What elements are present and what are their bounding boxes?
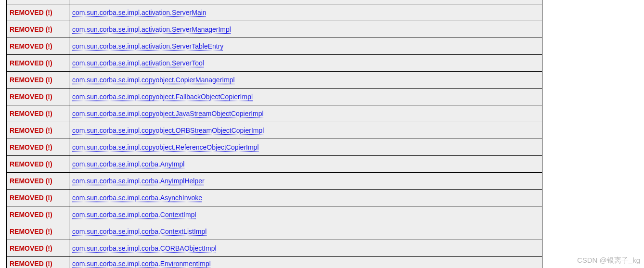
table-row: REMOVED (!) com.sun.corba.se.impl.corba.…: [7, 206, 542, 223]
status-badge: REMOVED (!): [10, 59, 52, 67]
class-link[interactable]: com.sun.corba.se.impl.activation.ServerM…: [72, 26, 231, 33]
table-row: REMOVED (!) com.sun.corba.se.impl.copyob…: [7, 139, 542, 155]
status-badge: REMOVED (!): [10, 177, 52, 185]
class-link[interactable]: com.sun.corba.se.impl.corba.AnyImpl: [72, 160, 184, 168]
status-badge: REMOVED (!): [10, 26, 52, 33]
table-row: REMOVED (!) com.sun.corba.se.impl.copyob…: [7, 88, 542, 105]
status-badge: REMOVED (!): [10, 260, 52, 268]
class-link[interactable]: com.sun.corba.se.impl.corba.ContextImpl: [72, 211, 196, 218]
status-badge: REMOVED (!): [10, 9, 52, 16]
class-link[interactable]: com.sun.corba.se.impl.corba.ContextListI…: [72, 228, 206, 235]
class-link[interactable]: com.sun.corba.se.impl.copyobject.Referen…: [72, 143, 259, 151]
table-row: REMOVED (!) com.sun.corba.se.impl.corba.…: [7, 172, 542, 189]
table-row: REMOVED (!) com.sun.corba.se.impl.activa…: [7, 21, 542, 38]
class-diff-table: REMOVED (!) com.sun.corba.se.impl.activa…: [6, 0, 542, 268]
status-badge: REMOVED (!): [10, 143, 52, 151]
status-badge: REMOVED (!): [10, 93, 52, 101]
class-link[interactable]: com.sun.corba.se.impl.copyobject.CopierM…: [72, 76, 235, 84]
class-link[interactable]: com.sun.corba.se.impl.activation.ServerT…: [72, 42, 223, 50]
table-row: REMOVED (!) com.sun.corba.se.impl.corba.…: [7, 189, 542, 206]
table-row: [7, 0, 542, 4]
class-link[interactable]: com.sun.corba.se.impl.activation.ServerM…: [72, 9, 206, 16]
status-badge: REMOVED (!): [10, 244, 52, 252]
class-link[interactable]: com.sun.corba.se.impl.copyobject.JavaStr…: [72, 110, 264, 117]
table-row: REMOVED (!) com.sun.corba.se.impl.corba.…: [7, 240, 542, 256]
table-row: REMOVED (!) com.sun.corba.se.impl.activa…: [7, 54, 542, 71]
class-link[interactable]: com.sun.corba.se.impl.corba.EnvironmentI…: [72, 260, 211, 268]
table-row: REMOVED (!) com.sun.corba.se.impl.copyob…: [7, 122, 542, 139]
class-link[interactable]: com.sun.corba.se.impl.copyobject.Fallbac…: [72, 93, 253, 101]
status-badge: REMOVED (!): [10, 228, 52, 235]
table-row: REMOVED (!) com.sun.corba.se.impl.corba.…: [7, 223, 542, 240]
status-badge: REMOVED (!): [10, 194, 52, 202]
class-link[interactable]: com.sun.corba.se.impl.corba.AnyImplHelpe…: [72, 177, 205, 185]
class-link[interactable]: com.sun.corba.se.impl.copyobject.ORBStre…: [72, 127, 264, 134]
table-row: REMOVED (!) com.sun.corba.se.impl.activa…: [7, 38, 542, 54]
status-badge: REMOVED (!): [10, 76, 52, 84]
class-link[interactable]: com.sun.corba.se.impl.corba.CORBAObjectI…: [72, 244, 217, 252]
status-badge: REMOVED (!): [10, 160, 52, 168]
status-badge: REMOVED (!): [10, 110, 52, 117]
table-row: REMOVED (!) com.sun.corba.se.impl.corba.…: [7, 155, 542, 172]
status-badge: REMOVED (!): [10, 127, 52, 134]
table-row: REMOVED (!) com.sun.corba.se.impl.copyob…: [7, 71, 542, 88]
class-link[interactable]: com.sun.corba.se.impl.corba.AsynchInvoke: [72, 194, 202, 202]
status-badge: REMOVED (!): [10, 211, 52, 218]
status-badge: REMOVED (!): [10, 42, 52, 50]
table-row: REMOVED (!) com.sun.corba.se.impl.copyob…: [7, 105, 542, 122]
table-row: REMOVED (!) com.sun.corba.se.impl.activa…: [7, 4, 542, 21]
table-row: REMOVED (!) com.sun.corba.se.impl.corba.…: [7, 256, 542, 268]
class-link[interactable]: com.sun.corba.se.impl.activation.ServerT…: [72, 59, 204, 67]
